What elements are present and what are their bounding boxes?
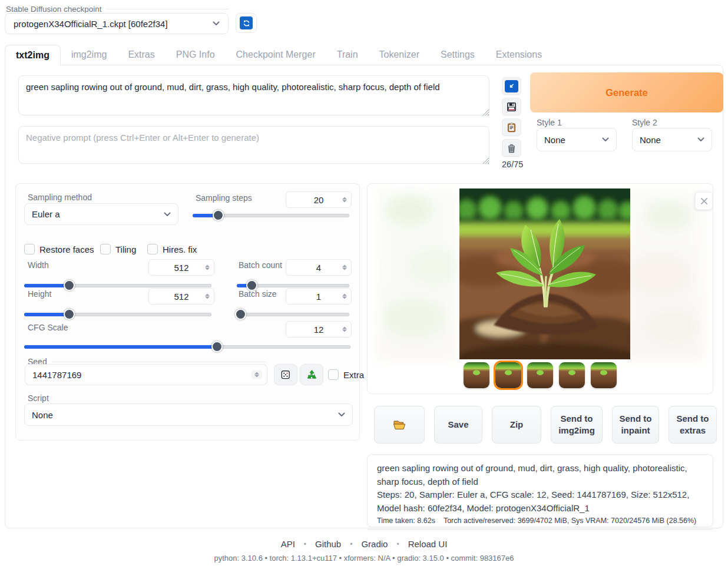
tab-extensions[interactable]: Extensions xyxy=(485,45,552,65)
random-seed-button[interactable] xyxy=(274,364,297,385)
batch-size-input[interactable]: 1 xyxy=(286,288,352,305)
time-taken: Time taken: 8.62s xyxy=(377,517,435,525)
info-prompt: green sapling rowing out of ground, mud,… xyxy=(377,462,703,488)
send-to-img2img-button[interactable]: Send to img2img xyxy=(551,406,603,444)
output-gallery xyxy=(367,183,713,394)
down-left-arrow-icon xyxy=(505,80,518,92)
tiling-checkbox[interactable]: Tiling xyxy=(100,244,136,254)
restore-faces-checkbox[interactable]: Restore faces xyxy=(24,244,94,254)
gallery-backdrop-left xyxy=(377,190,458,360)
thumbnail-5[interactable] xyxy=(591,362,617,388)
sampling-steps-input[interactable]: 20 xyxy=(286,191,352,208)
stepper-arrows[interactable] xyxy=(342,265,347,270)
slider-handle[interactable] xyxy=(211,341,223,352)
height-label: Height xyxy=(28,289,51,299)
style2-dropdown[interactable]: None xyxy=(632,128,712,151)
sampling-steps-slider[interactable] xyxy=(193,210,349,221)
tab-img2img[interactable]: img2img xyxy=(61,45,117,65)
send-to-inpaint-button[interactable]: Send to inpaint xyxy=(612,406,659,444)
tab-train[interactable]: Train xyxy=(326,45,369,65)
checkpoint-value: protogenX34OfficialR_1.ckpt [60fe2f34] xyxy=(14,19,213,29)
checkpoint-dropdown[interactable]: protogenX34OfficialR_1.ckpt [60fe2f34] xyxy=(5,13,229,34)
cfg-scale-slider[interactable] xyxy=(24,341,350,352)
dice-icon xyxy=(280,369,292,381)
extra-seed-checkbox[interactable]: Extra xyxy=(328,369,364,380)
prompt-input[interactable]: green sapling rowing out of ground, mud,… xyxy=(18,75,489,115)
apply-style-button[interactable] xyxy=(502,118,521,136)
thumbnail-3[interactable] xyxy=(527,362,553,388)
height-input[interactable]: 512 xyxy=(148,288,214,305)
batch-size-slider[interactable] xyxy=(237,309,349,320)
thumbnail-strip xyxy=(368,362,713,388)
style1-label: Style 1 xyxy=(537,118,562,127)
batch-count-input[interactable]: 4 xyxy=(286,259,352,276)
stepper-arrows[interactable] xyxy=(205,265,210,270)
stepper-arrows[interactable] xyxy=(205,294,210,299)
script-label: Script xyxy=(28,393,49,403)
seed-input[interactable]: 1441787169 xyxy=(25,364,267,385)
gallery-actions: Save Zip Send to img2img Send to inpaint… xyxy=(374,406,718,444)
save-button[interactable]: Save xyxy=(434,406,482,444)
version-info: python: 3.10.6 • torch: 1.13.1+cu117 • x… xyxy=(0,554,728,563)
save-style-button[interactable] xyxy=(502,98,521,115)
send-to-extras-button[interactable]: Send to extras xyxy=(669,406,717,444)
folder-icon xyxy=(392,418,406,432)
trash-icon xyxy=(506,143,517,154)
info-performance: Time taken: 8.62s Torch active/reserved:… xyxy=(368,517,713,530)
close-gallery-button[interactable] xyxy=(695,192,713,210)
tab-tokenizer[interactable]: Tokenizer xyxy=(369,45,430,65)
batch-size-label: Batch size xyxy=(239,289,277,299)
clear-prompt-button[interactable] xyxy=(502,139,521,157)
script-dropdown[interactable]: None xyxy=(24,403,353,426)
sampling-steps-label: Sampling steps xyxy=(196,193,252,203)
slider-handle[interactable] xyxy=(64,309,75,320)
stepper-arrows[interactable] xyxy=(342,327,347,332)
stepper-arrows[interactable] xyxy=(342,197,347,203)
slider-handle[interactable] xyxy=(213,210,224,221)
slider-handle[interactable] xyxy=(235,309,246,320)
thumbnail-1[interactable] xyxy=(464,362,489,388)
style1-dropdown[interactable]: None xyxy=(537,128,617,151)
close-icon xyxy=(700,197,708,205)
tab-txt2img[interactable]: txt2img xyxy=(5,45,61,66)
chevron-down-icon xyxy=(602,137,609,142)
main-tabs: txt2img img2img Extras PNG Info Checkpoi… xyxy=(5,45,552,65)
hires-fix-checkbox[interactable]: Hires. fix xyxy=(147,244,197,254)
thumbnail-2-selected[interactable] xyxy=(495,362,521,388)
checkpoint-label: Stable Diffusion checkpoint xyxy=(6,5,229,14)
height-slider[interactable] xyxy=(24,309,211,320)
txt2img-panel: green sapling rowing out of ground, mud,… xyxy=(5,65,723,528)
stepper-arrows[interactable] xyxy=(252,370,262,379)
generate-button[interactable]: Generate xyxy=(530,72,723,113)
gallery-backdrop-right xyxy=(623,190,704,360)
sampling-method-dropdown[interactable]: Euler a xyxy=(24,203,178,225)
token-counter: 26/75 xyxy=(502,160,522,169)
footer-link-reload-ui[interactable]: Reload UI xyxy=(408,539,448,549)
open-folder-button[interactable] xyxy=(374,406,425,444)
read-generation-params-button[interactable] xyxy=(502,77,521,95)
style2-label: Style 2 xyxy=(632,118,657,127)
prompt-tools: 26/75 xyxy=(502,77,522,169)
chevron-down-icon xyxy=(697,137,704,142)
width-input[interactable]: 512 xyxy=(148,259,214,276)
negative-prompt-input[interactable] xyxy=(18,126,489,164)
footer-link-api[interactable]: API xyxy=(281,539,295,549)
tab-settings[interactable]: Settings xyxy=(430,45,485,65)
stepper-arrows[interactable] xyxy=(342,294,347,299)
footer-link-gradio[interactable]: Gradio xyxy=(361,539,388,549)
zip-button[interactable]: Zip xyxy=(492,406,541,444)
reuse-seed-button[interactable] xyxy=(300,364,323,385)
tab-checkpoint-merger[interactable]: Checkpoint Merger xyxy=(226,45,326,65)
generated-image[interactable] xyxy=(459,188,630,359)
cfg-scale-label: CFG Scale xyxy=(28,323,68,332)
cfg-scale-input[interactable]: 12 xyxy=(286,321,352,338)
thumbnail-4[interactable] xyxy=(559,362,585,388)
tab-extras[interactable]: Extras xyxy=(117,45,165,65)
footer: API • Github • Gradio • Reload UI python… xyxy=(0,539,728,563)
refresh-checkpoints-button[interactable] xyxy=(236,13,257,33)
chevron-down-icon xyxy=(213,21,220,26)
tab-png-info[interactable]: PNG Info xyxy=(166,45,226,65)
footer-link-github[interactable]: Github xyxy=(315,539,341,549)
width-label: Width xyxy=(28,260,49,270)
slider-handle[interactable] xyxy=(64,280,75,291)
